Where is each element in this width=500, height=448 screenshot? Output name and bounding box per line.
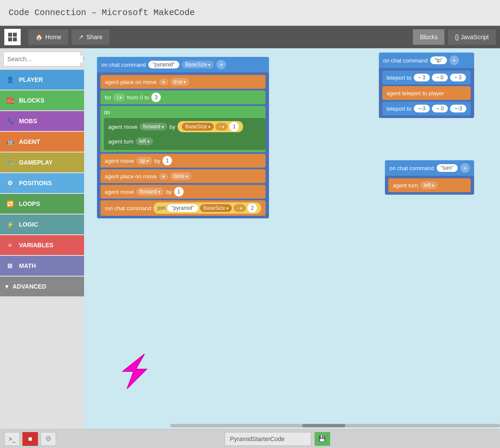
agent-place-on-move-false-block: agent place on move false xyxy=(100,169,266,183)
move-op-dropdown[interactable]: - xyxy=(216,123,228,131)
agent-place-on-move-true-block: agent place on move true xyxy=(100,75,266,89)
home-icon: 🏠 xyxy=(35,34,43,40)
teleport-to-row: teleport to ~ 3 ~ 0 ~ 3 xyxy=(382,71,471,84)
tel-y[interactable]: ~ 0 xyxy=(432,74,448,81)
tel2-x[interactable]: ~-3 xyxy=(414,105,430,112)
blocks-button[interactable]: Blocks xyxy=(413,29,444,45)
place-direction-dropdown[interactable] xyxy=(159,79,168,85)
canvas-area: on chat command "pyramid" BaseSize + age… xyxy=(84,48,500,429)
positions-icon: ⚙ xyxy=(5,178,15,188)
sidebar-item-mobs[interactable]: 🐾 MOBS xyxy=(0,111,84,131)
add-param-button[interactable]: + xyxy=(216,60,226,69)
join-str-pill[interactable]: "pyramid" xyxy=(167,204,198,212)
mobs-icon: 🐾 xyxy=(5,116,15,126)
turn-dir2-dropdown[interactable]: left xyxy=(420,181,438,189)
tel2-y[interactable]: ~ 0 xyxy=(432,105,448,112)
move-up-label: agent move xyxy=(105,158,134,164)
tp-command-pill[interactable]: "tp" xyxy=(430,56,447,64)
fwd-by-label: by xyxy=(166,189,172,195)
logo-icon xyxy=(7,32,18,42)
home-button[interactable]: 🏠 Home xyxy=(28,29,68,45)
gameplay-icon: 🔧 xyxy=(5,158,15,167)
move-up-by-label: by xyxy=(154,158,160,164)
save-icon: 💾 xyxy=(319,436,326,442)
settings-button[interactable]: ⚙ xyxy=(41,432,56,446)
search-input[interactable] xyxy=(7,56,83,62)
fwd-dir-dropdown[interactable]: forward xyxy=(136,188,164,196)
scrollbar-thumb[interactable] xyxy=(302,424,345,427)
logic-icon: ⚡ xyxy=(5,220,15,229)
move-val[interactable]: 1 xyxy=(229,122,239,131)
sidebar-item-player[interactable]: 👤 PLAYER xyxy=(0,70,84,90)
svg-rect-1 xyxy=(13,33,17,37)
stop-button[interactable]: ■ xyxy=(22,432,38,446)
move-dir-dropdown[interactable]: forward xyxy=(140,123,167,131)
svg-rect-2 xyxy=(8,37,12,41)
turn-block-body: agent turn left xyxy=(385,176,474,195)
app-logo xyxy=(4,29,21,45)
sidebar-item-agent[interactable]: 🤖 AGENT xyxy=(0,132,84,152)
join-op-dropdown[interactable]: - xyxy=(234,204,246,212)
move-up-dir-dropdown[interactable]: up xyxy=(136,157,152,165)
search-box[interactable]: 🔍 xyxy=(3,52,81,66)
sidebar-item-positions[interactable]: ⚙ POSITIONS xyxy=(0,173,84,193)
join-val[interactable]: 2 xyxy=(247,203,257,213)
filename-input[interactable] xyxy=(225,432,311,446)
sidebar-item-math[interactable]: ⊞ MATH xyxy=(0,256,84,276)
on-chat-tp-header: on chat command "tp" + xyxy=(379,53,474,68)
sidebar-item-loops[interactable]: 🔁 LOOPS xyxy=(0,194,84,214)
for-end-value[interactable]: 3 xyxy=(151,93,161,102)
agent-move-up-block: agent move up by 1 xyxy=(100,154,266,168)
join-label: join xyxy=(158,205,166,211)
turn-block-group: on chat command "turn" + agent turn left xyxy=(385,160,474,195)
pyramid-command-pill[interactable]: "pyramid" xyxy=(148,61,179,68)
horizontal-scrollbar[interactable] xyxy=(170,424,500,427)
bottom-bar: >_ ■ ⚙ 💾 xyxy=(0,429,500,448)
player-icon: 👤 xyxy=(5,75,15,84)
share-button[interactable]: ↗ Share xyxy=(72,29,109,45)
window-title: Code Connection – Microsoft MakeCode xyxy=(9,8,195,18)
variables-icon: ≡ xyxy=(5,240,15,250)
join-param-dropdown[interactable]: BaseSize xyxy=(200,204,232,212)
basesize-dropdown[interactable]: BaseSize xyxy=(182,61,214,68)
save-button[interactable]: 💾 xyxy=(315,432,330,446)
sidebar-item-variables[interactable]: ≡ VARIABLES xyxy=(0,235,84,255)
tel-x[interactable]: ~ 3 xyxy=(414,74,430,81)
move-up-val[interactable]: 1 xyxy=(162,156,172,165)
for-var-dropdown[interactable]: i xyxy=(113,93,125,101)
fwd-label: agent move xyxy=(105,189,134,195)
run-chat-label: run chat command xyxy=(105,205,151,212)
move-param-dropdown[interactable]: BaseSize xyxy=(182,123,214,131)
terminal-button[interactable]: >_ xyxy=(4,432,20,446)
move-by-label: by xyxy=(169,124,175,130)
move-label: agent move xyxy=(108,124,138,130)
place-true-dropdown[interactable]: true xyxy=(170,78,190,86)
settings-icon: ⚙ xyxy=(45,435,51,443)
main-layout: 🔍 👤 PLAYER 🧱 BLOCKS 🐾 MOBS 🤖 AGENT 🔧 GAM… xyxy=(0,48,500,429)
sidebar-item-blocks[interactable]: 🧱 BLOCKS xyxy=(0,90,84,110)
place2-dir-dropdown[interactable] xyxy=(159,173,168,180)
sidebar-item-gameplay[interactable]: 🔧 GAMEPLAY xyxy=(0,152,84,172)
sidebar-item-logic[interactable]: ⚡ LOGIC xyxy=(0,215,84,234)
cursor-arrow xyxy=(119,350,153,395)
turn-add-param-button[interactable]: + xyxy=(460,163,470,173)
tp-add-param-button[interactable]: + xyxy=(450,56,459,65)
teleport-to2-row: teleport to ~-3 ~ 0 ~-3 xyxy=(382,102,471,115)
turn-dir-dropdown[interactable]: left xyxy=(136,137,153,145)
on-chat-label: on chat command xyxy=(101,62,146,68)
svg-rect-3 xyxy=(13,37,17,41)
tel-z[interactable]: ~ 3 xyxy=(450,74,466,81)
place-false-dropdown[interactable]: false xyxy=(170,172,191,180)
fwd-val[interactable]: 1 xyxy=(174,187,184,196)
share-icon: ↗ xyxy=(78,34,84,40)
teleport-to-label: teleport to xyxy=(387,75,412,81)
for-loop-block: for i from 0 to 3 xyxy=(100,90,266,104)
tel2-z[interactable]: ~-3 xyxy=(450,105,466,112)
sidebar-item-advanced[interactable]: ▾ ADVANCED xyxy=(0,277,84,296)
top-nav: 🏠 Home ↗ Share Blocks {} JavaScript xyxy=(0,26,500,48)
javascript-button[interactable]: {} JavaScript xyxy=(448,29,496,45)
turn-label: agent turn xyxy=(108,138,134,145)
turn-command-pill[interactable]: "turn" xyxy=(437,164,458,172)
filename-area: 💾 xyxy=(59,432,496,446)
agent-teleport-label: agent teleport to player xyxy=(387,90,444,96)
